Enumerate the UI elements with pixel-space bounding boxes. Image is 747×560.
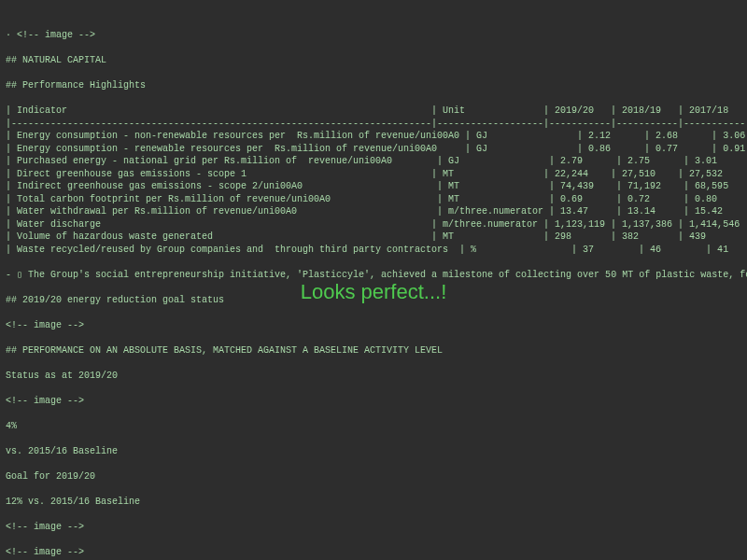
text-line: | Water discharge | m/three.numerator | … xyxy=(6,218,741,231)
text-line: | Energy consumption - renewable resourc… xyxy=(6,143,741,156)
text-line: | Purchased energy - national grid per R… xyxy=(6,155,741,168)
text-line: | Volume of hazardous waste generated | … xyxy=(6,231,741,244)
text-line xyxy=(6,306,741,319)
text-line: | Total carbon footprint per Rs.million … xyxy=(6,193,741,206)
text-line: Goal for 2019/20 xyxy=(6,470,741,483)
text-line: 4% xyxy=(6,420,741,433)
text-line: | Indirect greenhouse gas emissions - sc… xyxy=(6,180,741,193)
text-line xyxy=(6,281,741,294)
terminal-document: · <!-- image --> ## NATURAL CAPITAL ## P… xyxy=(0,0,747,560)
text-line: vs. 2015/16 Baseline xyxy=(6,445,741,458)
text-line xyxy=(6,533,741,546)
text-line xyxy=(6,407,741,420)
text-line: |---------------------------------------… xyxy=(6,118,741,131)
text-line xyxy=(6,382,741,395)
text-line xyxy=(6,457,741,470)
text-line xyxy=(6,432,741,445)
text-line: Status as at 2019/20 xyxy=(6,370,741,383)
text-line: ## PERFORMANCE ON AN ABSOLUTE BASIS, MAT… xyxy=(6,344,741,357)
text-line xyxy=(6,67,741,80)
document-lines: · <!-- image --> ## NATURAL CAPITAL ## P… xyxy=(6,29,741,560)
text-line xyxy=(6,42,741,55)
text-line: | Indicator | Unit | 2019/20 | 2018/19 |… xyxy=(6,105,741,118)
text-line: · <!-- image --> xyxy=(6,29,741,42)
text-line: ## Performance Highlights xyxy=(6,79,741,92)
text-line: 12% vs. 2015/16 Baseline xyxy=(6,496,741,509)
text-line xyxy=(6,92,741,105)
text-line: | Energy consumption - non-renewable res… xyxy=(6,130,741,143)
text-line: | Water withdrawal per Rs.million of rev… xyxy=(6,205,741,218)
text-line: - ▯ The Group's social entrepreneurship … xyxy=(6,269,741,282)
text-line: | Waste recycled/reused by Group compani… xyxy=(6,244,741,257)
text-line: ## NATURAL CAPITAL xyxy=(6,54,741,67)
text-line: <!-- image --> xyxy=(6,395,741,408)
text-line xyxy=(6,483,741,496)
text-line xyxy=(6,508,741,521)
text-line xyxy=(6,256,741,269)
text-line: <!-- image --> xyxy=(6,546,741,559)
text-line: <!-- image --> xyxy=(6,521,741,534)
text-line: | Direct greenhouse gas emissions - scop… xyxy=(6,168,741,181)
text-line xyxy=(6,331,741,344)
text-line: ## 2019/20 energy reduction goal status xyxy=(6,294,741,307)
text-line xyxy=(6,357,741,370)
text-line: <!-- image --> xyxy=(6,319,741,332)
